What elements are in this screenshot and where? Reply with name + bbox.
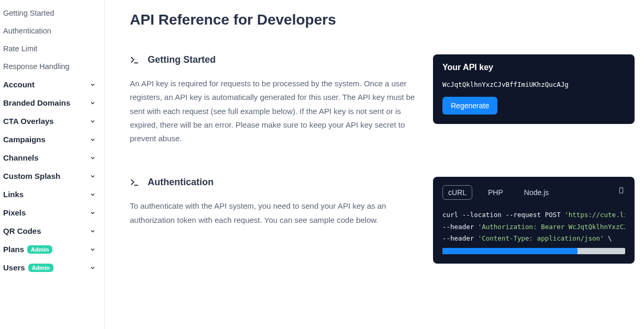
code-text: --header	[442, 234, 478, 242]
sidebar-item-label: CTA Overlays	[3, 117, 54, 126]
api-key-value: WcJqtQklhnYxzCJvBffImiUKhzQucAJg	[442, 81, 625, 88]
section-heading-authentication: Authentication	[130, 177, 417, 188]
sidebar-item-label: Campaigns	[3, 135, 46, 144]
chevron-down-icon	[88, 172, 97, 180]
sidebar-item-label: Plans	[3, 245, 24, 254]
sidebar-group-pixels[interactable]: Pixels	[0, 203, 104, 222]
sidebar-group-channels[interactable]: Channels	[0, 149, 104, 167]
sidebar-item-label: Getting Started	[3, 9, 54, 17]
admin-badge: Admin	[27, 245, 52, 254]
horizontal-scrollbar[interactable]	[442, 248, 625, 254]
sidebar-group-qr-codes[interactable]: QR Codes	[0, 222, 104, 240]
sidebar-item-label: Pixels	[3, 208, 26, 217]
chevron-down-icon	[88, 264, 97, 272]
sidebar-item-label: Response Handling	[3, 62, 70, 71]
code-string: 'Authorization: Bearer WcJqtQklhnYxzCJvB…	[478, 223, 625, 231]
code-string: 'Content-Type: application/json'	[478, 234, 604, 242]
chevron-down-icon	[88, 190, 97, 199]
code-tabs: cURL PHP Node.js	[442, 185, 625, 200]
sidebar-group-custom-splash[interactable]: Custom Splash	[0, 167, 104, 185]
section-body: To authenticate with the API system, you…	[130, 199, 417, 227]
sidebar-item-label: Account	[3, 80, 35, 89]
chevron-down-icon	[88, 227, 97, 235]
api-key-card: Your API key WcJqtQklhnYxzCJvBffImiUKhzQ…	[433, 54, 635, 124]
main-content: API Reference for Developers Getting Sta…	[105, 0, 644, 329]
sidebar-group-account[interactable]: Account	[0, 75, 104, 94]
terminal-icon	[130, 55, 139, 65]
sidebar-item-label: QR Codes	[3, 226, 41, 235]
page-title: API Reference for Developers	[130, 12, 635, 28]
code-block: curl --location --request POST 'https://…	[442, 209, 625, 254]
sidebar-item-label: Custom Splash	[3, 172, 60, 180]
sidebar-item-label: Branded Domains	[3, 98, 70, 107]
api-key-card-title: Your API key	[442, 63, 625, 72]
terminal-icon	[130, 178, 139, 187]
sidebar-group-campaigns[interactable]: Campaigns	[0, 130, 104, 149]
section-body: An API key is required for requests to b…	[130, 77, 417, 145]
sidebar-item-response-handling[interactable]: Response Handling	[0, 58, 104, 75]
regenerate-button[interactable]: Regenerate	[442, 97, 497, 115]
chevron-down-icon	[88, 154, 97, 162]
code-text: curl --location --request POST	[442, 211, 564, 219]
sidebar-item-label: Authentication	[3, 27, 51, 35]
code-string: 'https://cute.link/a	[564, 211, 625, 219]
section-heading-getting-started: Getting Started	[130, 54, 417, 65]
clipboard-icon[interactable]	[617, 186, 625, 196]
chevron-down-icon	[88, 117, 97, 126]
sidebar-item-rate-limit[interactable]: Rate Limit	[0, 40, 104, 58]
sidebar-item-label: Links	[3, 190, 24, 199]
sidebar-group-cta-overlays[interactable]: CTA Overlays	[0, 112, 104, 130]
code-text: --header	[442, 223, 478, 231]
tab-php[interactable]: PHP	[483, 186, 508, 199]
chevron-down-icon	[88, 209, 97, 217]
scrollbar-thumb[interactable]	[442, 248, 578, 254]
chevron-down-icon	[88, 245, 97, 254]
code-sample-card: cURL PHP Node.js curl --location --reque…	[433, 177, 635, 264]
chevron-down-icon	[88, 135, 97, 144]
admin-badge: Admin	[28, 264, 53, 272]
chevron-down-icon	[88, 81, 97, 89]
sidebar-group-links[interactable]: Links	[0, 185, 104, 203]
chevron-down-icon	[88, 99, 97, 107]
sidebar-group-users[interactable]: Users Admin	[0, 258, 104, 277]
sidebar-group-branded-domains[interactable]: Branded Domains	[0, 94, 104, 112]
sidebar-item-label: Channels	[3, 153, 39, 162]
sidebar-item-label: Rate Limit	[3, 44, 37, 53]
sidebar: Getting Started Authentication Rate Limi…	[0, 0, 105, 329]
code-text: \	[604, 234, 612, 242]
tab-nodejs[interactable]: Node.js	[519, 186, 554, 199]
sidebar-item-getting-started[interactable]: Getting Started	[0, 4, 104, 22]
sidebar-item-label: Users	[3, 263, 25, 272]
sidebar-item-authentication[interactable]: Authentication	[0, 22, 104, 40]
sidebar-group-plans[interactable]: Plans Admin	[0, 240, 104, 258]
section-title: Authentication	[148, 177, 214, 188]
section-title: Getting Started	[148, 54, 216, 65]
tab-curl[interactable]: cURL	[442, 185, 472, 200]
